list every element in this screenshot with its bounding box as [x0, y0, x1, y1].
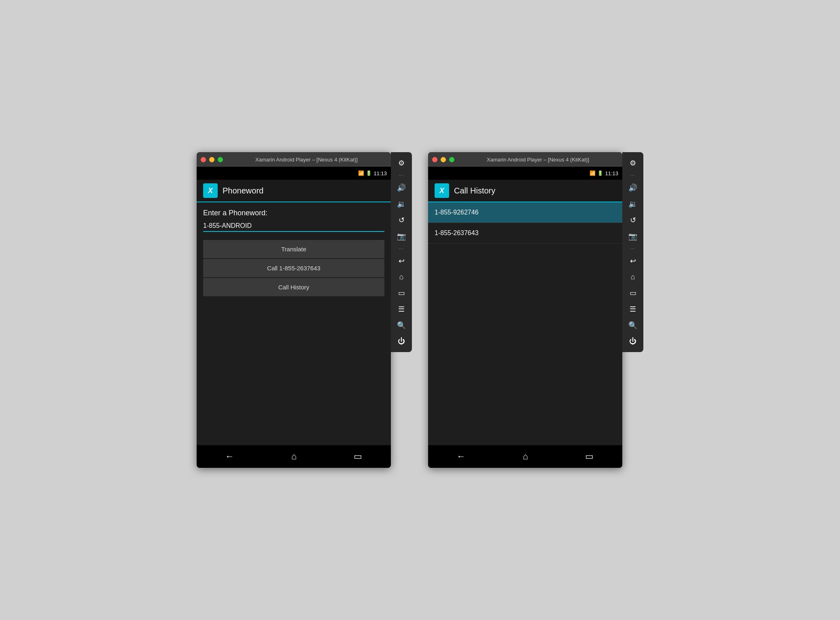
- right-back-nav-button[interactable]: ←: [449, 448, 474, 465]
- right-minimize-button[interactable]: [441, 157, 446, 162]
- call-button[interactable]: Call 1-855-2637643: [203, 259, 384, 277]
- right-rotate-button[interactable]: ↺: [622, 212, 643, 228]
- camera-button[interactable]: 📷: [391, 229, 412, 244]
- call-list-item-1[interactable]: 1-855-9262746: [428, 202, 622, 223]
- volume-down-button[interactable]: 🔉: [391, 196, 412, 212]
- left-sidebar: ⚙ ··· 🔊 🔉 ↺ 📷 ··· ↩ ⌂ ▭ ☰ 🔍 ⏻: [391, 152, 412, 352]
- phoneword-input-wrapper: [203, 221, 384, 232]
- back-sidebar-button[interactable]: ↩: [391, 253, 412, 269]
- home-nav-button[interactable]: ⌂: [283, 448, 305, 465]
- maximize-button[interactable]: [218, 157, 223, 162]
- call-history-button[interactable]: Call History: [203, 278, 384, 296]
- split-sidebar-button[interactable]: ☰: [391, 302, 412, 317]
- call-number-1: 1-855-9262746: [435, 209, 479, 216]
- right-app-bar: X Call History: [428, 180, 622, 202]
- right-recent-nav-button[interactable]: ▭: [577, 448, 602, 465]
- right-sidebar: ⚙ ··· 🔊 🔉 ↺ 📷 ··· ↩ ⌂ ▭ ☰ 🔍 ⏻: [622, 152, 643, 352]
- right-status-icons: 📶 🔋 11:13: [590, 170, 618, 176]
- right-back-sidebar-button[interactable]: ↩: [622, 253, 643, 269]
- right-window: Xamarin Android Player – [Nexus 4 (KitKa…: [428, 152, 622, 468]
- recent-sidebar-button[interactable]: ▭: [391, 285, 412, 301]
- left-emulator: Xamarin Android Player – [Nexus 4 (KitKa…: [197, 152, 412, 468]
- rotate-button[interactable]: ↺: [391, 212, 412, 228]
- time-display: 11:13: [373, 170, 387, 176]
- right-emulator: Xamarin Android Player – [Nexus 4 (KitKa…: [428, 152, 643, 468]
- left-nav-bar: ← ⌂ ▭: [197, 445, 391, 468]
- left-android-screen: 📶 🔋 11:13 X Phoneword Enter a Phoneword:…: [197, 167, 391, 468]
- call-number-2: 1-855-2637643: [435, 229, 479, 236]
- gear-button[interactable]: ⚙: [391, 155, 412, 171]
- right-app-icon: X: [435, 183, 449, 198]
- phoneword-input[interactable]: [203, 221, 384, 231]
- right-dots-top: ···: [629, 172, 636, 179]
- left-status-bar: 📶 🔋 11:13: [197, 167, 391, 180]
- right-wifi-icon: 📶: [590, 170, 596, 176]
- right-maximize-button[interactable]: [449, 157, 454, 162]
- volume-up-button[interactable]: 🔊: [391, 180, 412, 195]
- back-nav-button[interactable]: ←: [217, 448, 242, 465]
- wifi-icon: 📶: [358, 170, 364, 176]
- right-app-title: Call History: [454, 186, 495, 195]
- call-list-item-2[interactable]: 1-855-2637643: [428, 223, 622, 244]
- home-sidebar-button[interactable]: ⌂: [391, 270, 412, 285]
- right-home-nav-button[interactable]: ⌂: [515, 448, 536, 465]
- dots-top: ···: [397, 172, 405, 179]
- battery-icon: 🔋: [366, 170, 372, 176]
- right-recent-sidebar-button[interactable]: ▭: [622, 285, 643, 301]
- status-icons: 📶 🔋 11:13: [358, 170, 387, 176]
- right-dots-bottom: ···: [629, 245, 636, 253]
- left-content-area: Enter a Phoneword: Translate Call 1-855-…: [197, 202, 391, 445]
- right-battery-icon: 🔋: [597, 170, 603, 176]
- right-close-button[interactable]: [432, 157, 437, 162]
- translate-button[interactable]: Translate: [203, 240, 384, 258]
- right-search-sidebar-button[interactable]: 🔍: [622, 318, 643, 333]
- right-volume-up-button[interactable]: 🔊: [622, 180, 643, 195]
- close-button[interactable]: [201, 157, 206, 162]
- left-window: Xamarin Android Player – [Nexus 4 (KitKa…: [197, 152, 391, 468]
- right-content-area: 1-855-9262746 1-855-2637643: [428, 202, 622, 445]
- right-nav-bar: ← ⌂ ▭: [428, 445, 622, 468]
- right-title-bar: Xamarin Android Player – [Nexus 4 (KitKa…: [428, 152, 622, 167]
- right-power-sidebar-button[interactable]: ⏻: [622, 334, 643, 349]
- power-sidebar-button[interactable]: ⏻: [391, 334, 412, 349]
- phoneword-label: Enter a Phoneword:: [203, 209, 384, 217]
- right-volume-down-button[interactable]: 🔉: [622, 196, 643, 212]
- left-app-title: Phoneword: [223, 186, 263, 195]
- minimize-button[interactable]: [209, 157, 214, 162]
- recent-nav-button[interactable]: ▭: [346, 448, 370, 465]
- right-time-display: 11:13: [605, 170, 618, 176]
- right-status-bar: 📶 🔋 11:13: [428, 167, 622, 180]
- search-sidebar-button[interactable]: 🔍: [391, 318, 412, 333]
- right-home-sidebar-button[interactable]: ⌂: [622, 270, 643, 285]
- left-app-icon: X: [203, 183, 218, 198]
- window-title: Xamarin Android Player – [Nexus 4 (KitKa…: [226, 157, 387, 163]
- left-app-bar: X Phoneword: [197, 180, 391, 202]
- right-camera-button[interactable]: 📷: [622, 229, 643, 244]
- right-window-title: Xamarin Android Player – [Nexus 4 (KitKa…: [458, 157, 618, 163]
- right-gear-button[interactable]: ⚙: [622, 155, 643, 171]
- right-split-sidebar-button[interactable]: ☰: [622, 302, 643, 317]
- left-title-bar: Xamarin Android Player – [Nexus 4 (KitKa…: [197, 152, 391, 167]
- right-android-screen: 📶 🔋 11:13 X Call History 1-855-9262746 1…: [428, 167, 622, 468]
- dots-bottom: ···: [397, 245, 405, 253]
